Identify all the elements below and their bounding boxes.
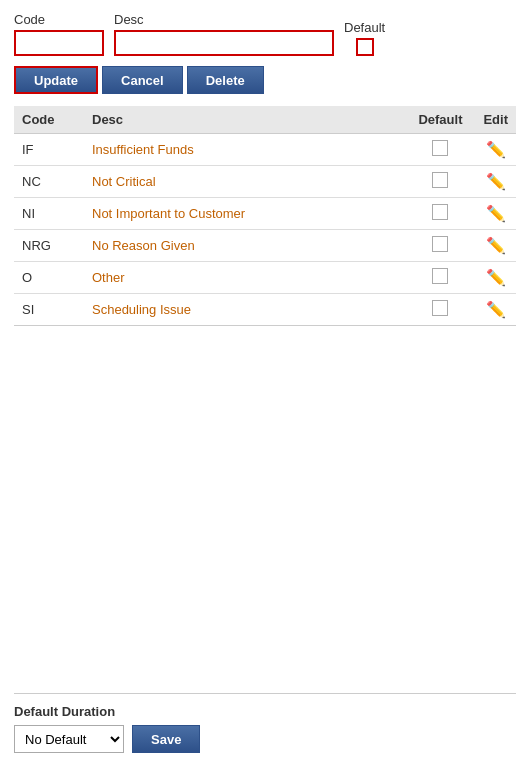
cell-desc: Not Critical bbox=[84, 166, 405, 198]
row-default-checkbox[interactable] bbox=[432, 300, 448, 316]
table-row: SIScheduling Issue✏️ bbox=[14, 294, 516, 326]
table-row: NRGNo Reason Given✏️ bbox=[14, 230, 516, 262]
cell-default bbox=[405, 198, 475, 230]
cell-desc: Scheduling Issue bbox=[84, 294, 405, 326]
code-input[interactable] bbox=[14, 30, 104, 56]
bottom-row: No Default 15 min 30 min 45 min 60 min S… bbox=[14, 725, 516, 753]
cell-desc: Not Important to Customer bbox=[84, 198, 405, 230]
edit-icon[interactable]: ✏️ bbox=[486, 205, 506, 222]
row-default-checkbox[interactable] bbox=[432, 236, 448, 252]
table-row: IFInsufficient Funds✏️ bbox=[14, 134, 516, 166]
spacer bbox=[14, 336, 516, 693]
desc-field-group: Desc bbox=[114, 12, 334, 56]
cell-code: SI bbox=[14, 294, 84, 326]
row-default-checkbox[interactable] bbox=[432, 268, 448, 284]
col-header-default: Default bbox=[405, 106, 475, 134]
cell-code: NC bbox=[14, 166, 84, 198]
desc-input[interactable] bbox=[114, 30, 334, 56]
cell-edit: ✏️ bbox=[475, 166, 516, 198]
cell-desc: No Reason Given bbox=[84, 230, 405, 262]
cell-code: O bbox=[14, 262, 84, 294]
row-default-checkbox[interactable] bbox=[432, 204, 448, 220]
table-row: NCNot Critical✏️ bbox=[14, 166, 516, 198]
cell-default bbox=[405, 262, 475, 294]
cell-edit: ✏️ bbox=[475, 262, 516, 294]
row-default-checkbox[interactable] bbox=[432, 140, 448, 156]
save-button[interactable]: Save bbox=[132, 725, 200, 753]
col-header-code: Code bbox=[14, 106, 84, 134]
delete-button[interactable]: Delete bbox=[187, 66, 264, 94]
edit-icon[interactable]: ✏️ bbox=[486, 301, 506, 318]
cell-code: IF bbox=[14, 134, 84, 166]
cell-code: NRG bbox=[14, 230, 84, 262]
col-header-edit: Edit bbox=[475, 106, 516, 134]
desc-label: Desc bbox=[114, 12, 334, 27]
cell-code: NI bbox=[14, 198, 84, 230]
data-table: Code Desc Default Edit IFInsufficient Fu… bbox=[14, 106, 516, 326]
main-container: Code Desc Default Update Cancel Delete C… bbox=[0, 0, 530, 765]
edit-icon[interactable]: ✏️ bbox=[486, 237, 506, 254]
table-header-row: Code Desc Default Edit bbox=[14, 106, 516, 134]
cell-edit: ✏️ bbox=[475, 134, 516, 166]
cell-default bbox=[405, 230, 475, 262]
cell-desc: Other bbox=[84, 262, 405, 294]
cancel-button[interactable]: Cancel bbox=[102, 66, 183, 94]
default-checkbox[interactable] bbox=[356, 38, 374, 56]
form-row: Code Desc Default bbox=[14, 12, 516, 56]
cell-desc: Insufficient Funds bbox=[84, 134, 405, 166]
cell-edit: ✏️ bbox=[475, 198, 516, 230]
bottom-section: Default Duration No Default 15 min 30 mi… bbox=[14, 693, 516, 753]
update-button[interactable]: Update bbox=[14, 66, 98, 94]
col-header-desc: Desc bbox=[84, 106, 405, 134]
table-row: OOther✏️ bbox=[14, 262, 516, 294]
default-duration-label: Default Duration bbox=[14, 704, 516, 719]
cell-default bbox=[405, 134, 475, 166]
cell-default bbox=[405, 294, 475, 326]
table-row: NINot Important to Customer✏️ bbox=[14, 198, 516, 230]
cell-edit: ✏️ bbox=[475, 230, 516, 262]
default-label: Default bbox=[344, 20, 385, 35]
duration-select[interactable]: No Default 15 min 30 min 45 min 60 min bbox=[14, 725, 124, 753]
cell-edit: ✏️ bbox=[475, 294, 516, 326]
row-default-checkbox[interactable] bbox=[432, 172, 448, 188]
edit-icon[interactable]: ✏️ bbox=[486, 141, 506, 158]
code-label: Code bbox=[14, 12, 104, 27]
edit-icon[interactable]: ✏️ bbox=[486, 173, 506, 190]
cell-default bbox=[405, 166, 475, 198]
code-field-group: Code bbox=[14, 12, 104, 56]
edit-icon[interactable]: ✏️ bbox=[486, 269, 506, 286]
button-row: Update Cancel Delete bbox=[14, 66, 516, 94]
default-field-group: Default bbox=[344, 20, 385, 56]
